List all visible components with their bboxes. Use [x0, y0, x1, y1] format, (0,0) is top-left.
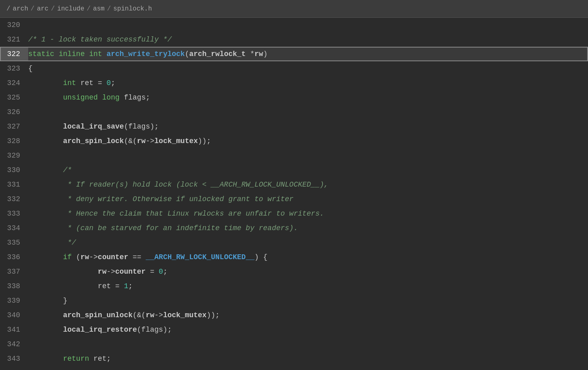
code-text: if (rw->counter == __ARCH_RW_LOCK_UNLOCK… [28, 250, 267, 264]
code-text: /* 1 - lock taken successfully */ [28, 32, 172, 47]
line-number: 326 [0, 105, 28, 119]
table-row: 330 /* [0, 163, 588, 177]
line-number: 334 [0, 221, 28, 235]
table-row: 336 if (rw->counter == __ARCH_RW_LOCK_UN… [0, 250, 588, 264]
breadcrumb-arch[interactable]: arch [13, 5, 28, 12]
line-number: 335 [0, 235, 28, 250]
sep4: / [107, 5, 111, 12]
line-number: 338 [0, 279, 28, 293]
table-row: 338 ret = 1; [0, 279, 588, 293]
code-text: } [28, 293, 67, 308]
line-number: 322 [0, 47, 28, 61]
line-number: 329 [0, 148, 28, 163]
line-number: 340 [0, 308, 28, 322]
code-text: ret = 1; [28, 279, 133, 293]
code-text: * Hence the claim that Linux rwlocks are… [28, 206, 324, 221]
code-text: local_irq_save(flags); [28, 119, 159, 134]
code-text: unsigned long flags; [28, 90, 150, 105]
breadcrumb-arc[interactable]: arc [37, 5, 49, 12]
line-number: 337 [0, 264, 28, 279]
table-row: 339 } [0, 293, 588, 308]
code-text: { [28, 61, 33, 76]
code-text: * If reader(s) hold lock (lock < __ARCH_… [28, 177, 328, 192]
table-row: 332 * deny writer. Otherwise if unlocked… [0, 192, 588, 206]
table-row: 343 return ret; [0, 351, 588, 366]
code-text: int ret = 0; [28, 76, 115, 90]
sep2: / [51, 5, 55, 12]
line-number: 339 [0, 293, 28, 308]
code-text: return ret; [28, 351, 111, 366]
line-number: 330 [0, 163, 28, 177]
line-number: 321 [0, 32, 28, 47]
breadcrumb-separator: / [6, 5, 10, 12]
code-text: } [28, 366, 33, 370]
line-number: 343 [0, 351, 28, 366]
code-text: arch_spin_unlock(&(rw->lock_mutex)); [28, 308, 219, 322]
code-text: static inline int arch_write_trylock(arc… [28, 47, 267, 61]
table-row: 322 static inline int arch_write_trylock… [0, 47, 588, 61]
table-row: 331 * If reader(s) hold lock (lock < __A… [0, 177, 588, 192]
table-row: 334 * (can be starved for an indefinite … [0, 221, 588, 235]
code-text: * (can be starved for an indefinite time… [28, 221, 298, 235]
table-row: 326 [0, 105, 588, 119]
sep3: / [87, 5, 91, 12]
line-number: 342 [0, 337, 28, 351]
table-row: 325 unsigned long flags; [0, 90, 588, 105]
line-number: 344 [0, 366, 28, 370]
code-text: /* [28, 163, 72, 177]
table-row: 337 rw->counter = 0; [0, 264, 588, 279]
line-number: 331 [0, 177, 28, 192]
line-number: 323 [0, 61, 28, 76]
sep1: / [31, 5, 35, 12]
table-row: 324 int ret = 0; [0, 76, 588, 90]
table-row: 344 } [0, 366, 588, 370]
table-row: 329 [0, 148, 588, 163]
line-number: 333 [0, 206, 28, 221]
table-row: 341 local_irq_restore(flags); [0, 322, 588, 337]
code-text: local_irq_restore(flags); [28, 322, 172, 337]
line-number: 327 [0, 119, 28, 134]
code-text: arch_spin_lock(&(rw->lock_mutex)); [28, 134, 211, 148]
table-row: 335 */ [0, 235, 588, 250]
code-text: */ [28, 235, 76, 250]
line-number: 320 [0, 18, 28, 32]
breadcrumb-asm[interactable]: asm [93, 5, 105, 12]
breadcrumb-include[interactable]: include [57, 5, 84, 12]
table-row: 340 arch_spin_unlock(&(rw->lock_mutex)); [0, 308, 588, 322]
table-row: 321 /* 1 - lock taken successfully */ [0, 32, 588, 47]
table-row: 323 { [0, 61, 588, 76]
line-number: 328 [0, 134, 28, 148]
table-row: 327 local_irq_save(flags); [0, 119, 588, 134]
line-number: 341 [0, 322, 28, 337]
table-row: 328 arch_spin_lock(&(rw->lock_mutex)); [0, 134, 588, 148]
line-number: 325 [0, 90, 28, 105]
breadcrumb-bar: / arch / arc / include / asm / spinlock.… [0, 0, 588, 18]
code-text: * deny writer. Otherwise if unlocked gra… [28, 192, 294, 206]
breadcrumb-file[interactable]: spinlock.h [113, 5, 152, 12]
line-number: 324 [0, 76, 28, 90]
code-text: rw->counter = 0; [28, 264, 168, 279]
code-container: 320 321 /* 1 - lock taken successfully *… [0, 18, 588, 370]
table-row: 320 [0, 18, 588, 32]
table-row: 342 [0, 337, 588, 351]
table-row: 333 * Hence the claim that Linux rwlocks… [0, 206, 588, 221]
line-number: 332 [0, 192, 28, 206]
line-number: 336 [0, 250, 28, 264]
